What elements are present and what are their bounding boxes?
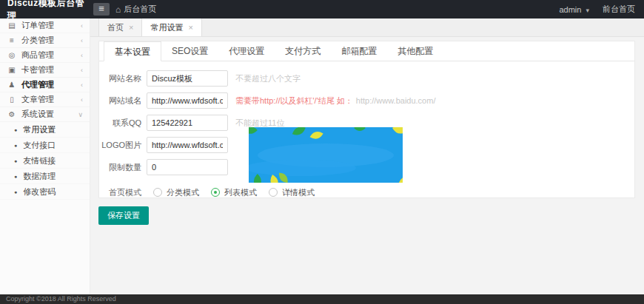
backend-home-link[interactable]: ⌂ 后台首页 [115, 4, 156, 15]
sidebar-item-label: 系统设置 [21, 109, 78, 120]
field-hint: 不要超过八个文字 [235, 73, 301, 84]
admin-label: admin [559, 5, 581, 14]
subitem-label: 友情链接 [23, 155, 56, 166]
tab-other-config[interactable]: 其他配置 [387, 41, 443, 61]
field-label: 网站名称 [99, 73, 141, 84]
tab-seo-settings[interactable]: SEO设置 [161, 41, 218, 61]
tab-label: 首页 [107, 22, 124, 33]
sidebar-subitem-change-password[interactable]: ● 修改密码 [0, 184, 90, 200]
menu-toggle-icon[interactable]: ≡ [93, 3, 110, 16]
field-hint: http://www.baidu.com/ [356, 96, 436, 105]
radio-label: 分类模式 [167, 187, 199, 198]
page-tabbar: 首页 × 常用设置 × [90, 18, 644, 37]
form-row: 网站域名 需要带http://以及斜杠'/'结尾 如： http://www.b… [99, 89, 634, 112]
chevron-down-icon: ∨ [78, 111, 83, 118]
tab-basic-settings[interactable]: 基本设置 [104, 41, 161, 61]
field-hint-warning: 需要带http://以及斜杠'/'结尾 如： [235, 95, 353, 107]
sidebar-item-categories[interactable]: ≡ 分类管理 ‹ [0, 33, 90, 48]
copyright-footer: Copyright ©2018 All Rights Reserved [0, 294, 644, 304]
articles-icon: ▯ [7, 95, 17, 104]
sidebar-item-products[interactable]: ◎ 商品管理 ‹ [0, 48, 90, 63]
chevron-left-icon: ‹ [81, 52, 83, 59]
cards-icon: ▣ [7, 66, 17, 74]
site-domain-input[interactable] [147, 92, 228, 109]
sidebar-item-label: 商品管理 [21, 50, 81, 61]
radio-checked-icon[interactable] [211, 188, 220, 197]
top-header: Discuz模板后台管理 ≡ ⌂ 后台首页 admin ▾ 前台首页 [0, 0, 644, 18]
tab-mail-config[interactable]: 邮箱配置 [331, 41, 387, 61]
backend-home-label: 后台首页 [124, 4, 156, 15]
tab-label: 常用设置 [150, 22, 183, 33]
home-icon: ⌂ [115, 4, 121, 15]
subitem-label: 数据清理 [23, 171, 56, 182]
bullet-icon: ● [14, 143, 17, 148]
limit-count-input[interactable] [147, 159, 228, 175]
chevron-left-icon: ‹ [81, 67, 83, 74]
sidebar-subitem-friend-links[interactable]: ● 友情链接 [0, 153, 90, 169]
admin-dropdown[interactable]: admin ▾ [559, 5, 589, 14]
bullet-icon: ● [14, 174, 17, 179]
close-icon[interactable]: × [129, 23, 133, 32]
categories-icon: ≡ [7, 36, 17, 44]
subitem-label: 支付接口 [23, 140, 56, 151]
tab-payment-methods[interactable]: 支付方式 [275, 41, 331, 61]
subitem-label: 常用设置 [23, 124, 56, 135]
radio-icon[interactable] [269, 188, 278, 197]
orders-icon: ▤ [7, 21, 17, 30]
settings-icon: ⚙ [7, 110, 17, 118]
sidebar-item-label: 代理管理 [21, 79, 81, 90]
chevron-left-icon: ‹ [81, 22, 83, 30]
sidebar-item-label: 分类管理 [21, 35, 81, 46]
logo-preview-image [249, 127, 403, 183]
chevron-left-icon: ‹ [81, 37, 83, 44]
sidebar: ▤ 订单管理 ‹ ≡ 分类管理 ‹ ◎ 商品管理 ‹ ▣ 卡密管理 ‹ ♟ 代理… [0, 18, 90, 294]
field-label: 限制数量 [99, 162, 141, 173]
tab-agent-settings[interactable]: 代理设置 [218, 41, 275, 61]
radio-label: 列表模式 [224, 187, 257, 198]
chevron-left-icon: ‹ [81, 81, 83, 89]
sidebar-item-cards[interactable]: ▣ 卡密管理 ‹ [0, 63, 90, 78]
settings-tabbar: 基本设置 SEO设置 代理设置 支付方式 邮箱配置 其他配置 [99, 41, 634, 61]
field-label: 联系QQ [99, 118, 141, 129]
radio-icon[interactable] [153, 188, 162, 197]
bullet-icon: ● [14, 127, 17, 132]
products-icon: ◎ [7, 51, 17, 59]
form-row: 网站名称 不要超过八个文字 [99, 67, 634, 89]
sidebar-subitem-data-cleanup[interactable]: ● 数据清理 [0, 169, 90, 184]
subitem-label: 修改密码 [23, 186, 56, 197]
close-icon[interactable]: × [188, 23, 192, 32]
radio-label: 详情模式 [282, 187, 315, 198]
radio-category-mode[interactable]: 分类模式 [153, 187, 199, 198]
radio-detail-mode[interactable]: 详情模式 [269, 187, 315, 198]
sidebar-item-articles[interactable]: ▯ 文章管理 ‹ [0, 92, 90, 107]
main-content: 首页 × 常用设置 × 基本设置 SEO设置 代理设置 支付方式 邮箱配置 其他… [90, 18, 644, 294]
home-mode-radio-group: 首页模式 分类模式 列表模式 详情模式 [99, 181, 634, 203]
brand-title: Discuz模板后台管理 [0, 0, 90, 22]
contact-qq-input[interactable] [147, 115, 228, 131]
site-name-input[interactable] [147, 70, 228, 87]
bullet-icon: ● [14, 158, 17, 163]
agents-icon: ♟ [7, 81, 17, 89]
sidebar-item-system-settings[interactable]: ⚙ 系统设置 ∨ [0, 107, 90, 122]
chevron-down-icon: ▾ [586, 7, 589, 14]
tab-home[interactable]: 首页 × [98, 18, 142, 36]
chevron-left-icon: ‹ [81, 96, 83, 104]
sidebar-item-agents[interactable]: ♟ 代理管理 ‹ [0, 78, 90, 92]
sidebar-item-label: 文章管理 [21, 94, 81, 105]
bullet-icon: ● [14, 189, 17, 195]
sidebar-item-label: 卡密管理 [21, 64, 81, 75]
tab-common-settings[interactable]: 常用设置 × [142, 18, 201, 36]
save-settings-button[interactable]: 保存设置 [98, 206, 149, 225]
field-label: 网站域名 [99, 95, 141, 107]
frontend-home-link[interactable]: 前台首页 [603, 4, 635, 15]
sidebar-subitem-payment-api[interactable]: ● 支付接口 [0, 138, 90, 153]
logo-url-input[interactable] [147, 137, 228, 153]
field-label: 首页模式 [99, 187, 141, 198]
sidebar-subitem-common-settings[interactable]: ● 常用设置 [0, 122, 90, 138]
radio-list-mode[interactable]: 列表模式 [211, 187, 257, 198]
field-label: LOGO图片 [99, 140, 141, 151]
settings-panel: 基本设置 SEO设置 代理设置 支付方式 邮箱配置 其他配置 网站名称 不要超过… [98, 41, 635, 198]
